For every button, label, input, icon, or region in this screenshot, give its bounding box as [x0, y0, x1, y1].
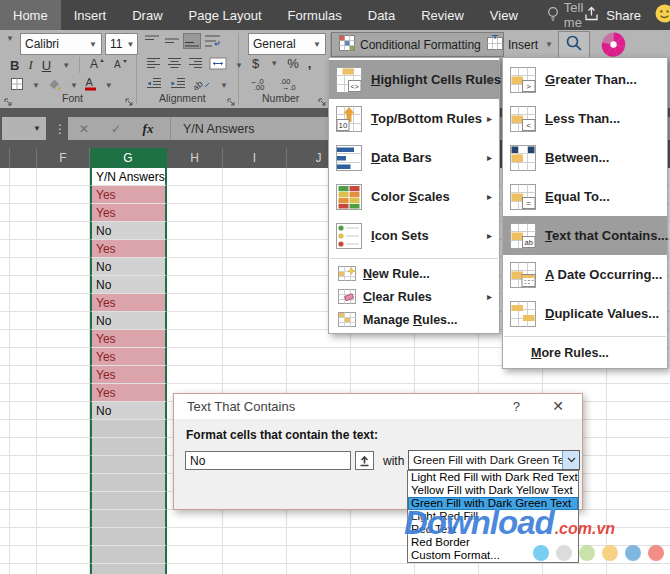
cell[interactable]	[10, 348, 37, 366]
cell[interactable]	[351, 366, 415, 384]
menu-item-a-date-occurring[interactable]: A Date Occurring...	[503, 255, 667, 294]
cell[interactable]	[543, 564, 607, 574]
cell[interactable]	[37, 492, 90, 510]
paste-dropdown-arrow[interactable]: ▼	[4, 34, 14, 43]
cell[interactable]	[37, 312, 90, 330]
cell-G12[interactable]: Yes	[90, 366, 167, 384]
cell[interactable]	[607, 528, 670, 546]
menu-item-icon-sets[interactable]: Icon Sets▸	[329, 216, 499, 255]
cell[interactable]	[167, 312, 223, 330]
clipboard-dialog-launcher-icon[interactable]	[4, 93, 13, 111]
cell[interactable]	[37, 186, 90, 204]
cell[interactable]	[167, 168, 223, 186]
cell[interactable]	[0, 186, 10, 204]
menu-item-between[interactable]: Between...	[503, 138, 667, 177]
cell[interactable]	[167, 240, 223, 258]
cell[interactable]	[10, 420, 37, 438]
cell[interactable]	[223, 168, 287, 186]
cell[interactable]	[10, 546, 37, 564]
cell-G11[interactable]: Yes	[90, 348, 167, 366]
merge-center-icon[interactable]	[209, 56, 227, 74]
font-color-icon[interactable]: A	[84, 76, 97, 95]
cell[interactable]	[607, 438, 670, 456]
column-header-F[interactable]: F	[37, 148, 90, 168]
formula-input[interactable]: Y/N Answers	[171, 122, 255, 136]
cell-G10[interactable]: Yes	[90, 330, 167, 348]
cell[interactable]	[0, 222, 10, 240]
align-center-icon[interactable]	[167, 56, 182, 74]
cell[interactable]	[10, 366, 37, 384]
cell[interactable]	[287, 546, 351, 564]
cell[interactable]	[0, 438, 10, 456]
cell[interactable]	[37, 222, 90, 240]
cell[interactable]	[37, 438, 90, 456]
cell[interactable]	[223, 186, 287, 204]
cell-G22[interactable]	[90, 546, 167, 564]
menu-item-equal-to[interactable]: =Equal To...	[503, 177, 667, 216]
cell[interactable]	[167, 348, 223, 366]
cell[interactable]	[37, 402, 90, 420]
cell[interactable]	[287, 510, 351, 528]
cell[interactable]	[0, 294, 10, 312]
cell[interactable]	[223, 348, 287, 366]
font-name-select[interactable]: Calibri ▼	[20, 33, 102, 55]
cell[interactable]	[37, 546, 90, 564]
cell[interactable]	[223, 546, 287, 564]
cell-G15[interactable]	[90, 420, 167, 438]
cell[interactable]	[0, 510, 10, 528]
cell[interactable]	[223, 510, 287, 528]
cell[interactable]	[167, 528, 223, 546]
cell[interactable]	[0, 564, 10, 574]
cell-G2[interactable]: Yes	[90, 186, 167, 204]
number-format-select[interactable]: General ▼	[248, 33, 326, 55]
cell-G9[interactable]: No	[90, 312, 167, 330]
cell[interactable]	[223, 258, 287, 276]
menu-item-highlight-cells-rules[interactable]: <>Highlight Cells Rules▸	[329, 60, 499, 99]
cell-G21[interactable]	[90, 528, 167, 546]
shrink-font-icon[interactable]: A	[113, 56, 128, 74]
cell[interactable]	[607, 420, 670, 438]
menu-item-text-that-contains[interactable]: abText that Contains...	[503, 216, 667, 255]
cell[interactable]	[167, 510, 223, 528]
bold-button[interactable]: B	[10, 58, 19, 73]
cell[interactable]	[0, 474, 10, 492]
cell[interactable]	[167, 276, 223, 294]
menu-item-clear-rules[interactable]: Clear Rules▸	[329, 285, 499, 308]
cell[interactable]	[223, 564, 287, 574]
italic-button[interactable]: I	[28, 57, 32, 73]
cell[interactable]	[223, 312, 287, 330]
cell[interactable]	[167, 294, 223, 312]
cell[interactable]	[10, 492, 37, 510]
cell[interactable]	[0, 492, 10, 510]
tab-review[interactable]: Review	[408, 0, 477, 30]
cell[interactable]	[10, 186, 37, 204]
cell[interactable]	[0, 528, 10, 546]
cell[interactable]	[37, 294, 90, 312]
cell[interactable]	[607, 564, 670, 574]
cell[interactable]	[223, 276, 287, 294]
cell-G5[interactable]: Yes	[90, 240, 167, 258]
cell[interactable]	[0, 276, 10, 294]
menu-item-less-than[interactable]: <Less Than...	[503, 99, 667, 138]
format-option-light-red-fill[interactable]: Light Red Fill	[408, 510, 578, 523]
cell[interactable]	[10, 204, 37, 222]
cell[interactable]	[37, 276, 90, 294]
align-bottom-icon[interactable]	[184, 34, 200, 48]
cell[interactable]	[0, 258, 10, 276]
tab-home[interactable]: Home	[0, 0, 61, 30]
format-option-green-fill-with-dark-green-text[interactable]: Green Fill with Dark Green Text	[408, 497, 578, 510]
menu-item-top-bottom-rules[interactable]: 10Top/Bottom Rules▸	[329, 99, 499, 138]
format-select[interactable]: Green Fill with Dark Green Text	[408, 450, 580, 470]
cell[interactable]	[223, 222, 287, 240]
cell[interactable]	[351, 510, 415, 528]
cell[interactable]	[10, 222, 37, 240]
cell[interactable]	[37, 384, 90, 402]
tab-page-layout[interactable]: Page Layout	[176, 0, 275, 30]
cell[interactable]	[607, 492, 670, 510]
cell-G6[interactable]: No	[90, 258, 167, 276]
cell-G7[interactable]: No	[90, 276, 167, 294]
underline-button[interactable]: U	[42, 58, 51, 73]
cell[interactable]	[479, 564, 543, 574]
cell-G14[interactable]: No	[90, 402, 167, 420]
cell[interactable]	[10, 528, 37, 546]
